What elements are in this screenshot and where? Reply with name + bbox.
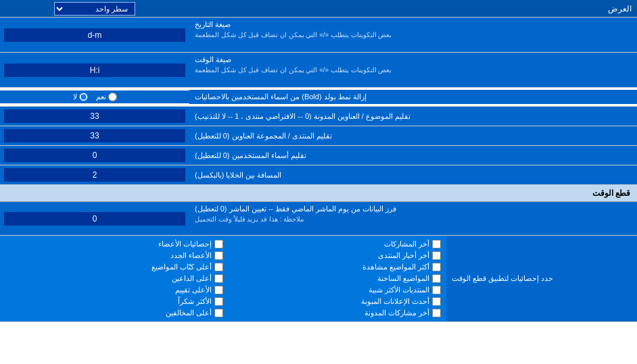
topic-titles-row: تقليم الموضوع / العناوين المدونة (0 -- ا… xyxy=(0,107,637,126)
cb-new-members-item: الأعضاء الجدد xyxy=(170,251,223,260)
cutoff-days-label: فرز البيانات من يوم الماشر الماضي فقط --… xyxy=(189,202,637,235)
forum-titles-row: تقليم المنتدى / المجموعة العناوين (0 للت… xyxy=(0,126,637,146)
cb-old-topics-item: المواضيع الساخنة xyxy=(377,274,441,283)
cb-top-posters-item: أعلى كتّاب المواضيع xyxy=(151,263,223,271)
cb-members-stats[interactable] xyxy=(214,240,223,249)
cb-last-ads-item: أحدث الإعلانات المبوبة xyxy=(361,297,441,306)
checkbox-column-1: أخر المشاركات أخر أخبار المنتدى أكثر الم… xyxy=(223,240,441,317)
cb-posts-item: أخر المشاركات xyxy=(384,240,441,249)
cb-top-rated-item: الأعلى تقييم xyxy=(175,286,223,294)
cb-most-thanks-item: الأكثر شكراً xyxy=(178,297,223,306)
cb-last-ads[interactable] xyxy=(432,297,441,306)
date-format-label: صيغة التاريخ بعض التكوينات يتطلب «/» الت… xyxy=(189,18,637,52)
topic-titles-input-area xyxy=(0,107,189,126)
cb-most-thanks[interactable] xyxy=(214,297,223,306)
section-label: العرض xyxy=(189,1,637,16)
topic-titles-input[interactable] xyxy=(4,109,185,123)
cb-last-noted[interactable] xyxy=(432,309,441,317)
cb-top-mods-item: أعلى المخالفين xyxy=(166,309,223,317)
cb-members-stats-item: إحصائيات الأعضاء xyxy=(158,240,223,249)
display-select-area[interactable]: سطر واحدسطرانثلاثة أسطر xyxy=(0,1,189,17)
user-names-label: تقليم أسماء المستخدمين (0 للتعطيل) xyxy=(189,146,637,165)
checkboxes-area: أخر المشاركات أخر أخبار المنتدى أكثر الم… xyxy=(0,236,446,321)
cb-new-members[interactable] xyxy=(214,251,223,260)
bold-remove-label: إزالة نمط بولد (Bold) من اسماء المستخدمي… xyxy=(189,90,637,104)
cb-old-topics[interactable] xyxy=(432,274,441,283)
cell-space-input-area xyxy=(0,165,189,184)
cb-most-viewed[interactable] xyxy=(432,263,441,271)
display-select[interactable]: سطر واحدسطرانثلاثة أسطر xyxy=(54,2,135,16)
cb-most-viewed-item: أكثر المواضيع مشاهدة xyxy=(362,263,441,271)
topic-titles-label: تقليم الموضوع / العناوين المدونة (0 -- ا… xyxy=(189,107,637,126)
forum-titles-label: تقليم المنتدى / المجموعة العناوين (0 للت… xyxy=(189,126,637,145)
date-format-input-area xyxy=(0,18,189,52)
cell-space-input[interactable] xyxy=(4,168,185,182)
checkboxes-limit-label: حدد إحصائيات لتطبيق قطع الوقت xyxy=(446,236,637,321)
radio-yes[interactable] xyxy=(108,93,117,101)
cb-forum-news-item: أخر أخبار المنتدى xyxy=(378,251,441,260)
cb-posts[interactable] xyxy=(432,240,441,249)
cutoff-days-input[interactable] xyxy=(4,212,185,226)
cb-top-rated[interactable] xyxy=(214,286,223,294)
user-names-input-area xyxy=(0,146,189,165)
cb-top-mods[interactable] xyxy=(214,309,223,317)
cb-top-posters[interactable] xyxy=(214,263,223,271)
cb-last-noted-item: أخر مشاركات المدونة xyxy=(364,309,441,317)
cutoff-section-header: قطع الوقت xyxy=(0,185,637,202)
time-format-row: صيغة الوقت بعض التكوينات يتطلب «/» التي … xyxy=(0,53,637,88)
user-names-input[interactable] xyxy=(4,149,185,162)
checkboxes-section: حدد إحصائيات لتطبيق قطع الوقت أخر المشار… xyxy=(0,236,637,322)
cutoff-days-input-area xyxy=(0,202,189,235)
cell-space-row: المسافة بين الخلايا (بالبكسل) xyxy=(0,165,637,185)
time-format-input-area xyxy=(0,53,189,87)
cb-similar-forums[interactable] xyxy=(432,286,441,294)
radio-no-label[interactable]: لا xyxy=(73,93,88,101)
bold-remove-row: إزالة نمط بولد (Bold) من اسماء المستخدمي… xyxy=(0,88,637,107)
radio-no[interactable] xyxy=(79,93,88,101)
cb-top-callers-item: أعلى الداعين xyxy=(172,274,223,283)
checkbox-column-2: إحصائيات الأعضاء الأعضاء الجدد أعلى كتّا… xyxy=(5,240,223,317)
main-container: العرض سطر واحدسطرانثلاثة أسطر صيغة التار… xyxy=(0,0,637,322)
time-format-input[interactable] xyxy=(4,63,185,77)
cb-similar-forums-item: المنتديات الأكثر شبية xyxy=(369,286,441,294)
forum-titles-input-area xyxy=(0,126,189,145)
time-format-label: صيغة الوقت بعض التكوينات يتطلب «/» التي … xyxy=(189,53,637,87)
cb-top-callers[interactable] xyxy=(214,274,223,283)
user-names-row: تقليم أسماء المستخدمين (0 للتعطيل) xyxy=(0,146,637,165)
cell-space-label: المسافة بين الخلايا (بالبكسل) xyxy=(189,165,637,184)
date-format-input[interactable] xyxy=(4,28,185,42)
bold-remove-radios: نعم لا xyxy=(0,90,189,103)
header-row: العرض سطر واحدسطرانثلاثة أسطر xyxy=(0,0,637,18)
cutoff-days-row: فرز البيانات من يوم الماشر الماضي فقط --… xyxy=(0,202,637,236)
forum-titles-input[interactable] xyxy=(4,129,185,142)
cb-forum-news[interactable] xyxy=(432,251,441,260)
date-format-row: صيغة التاريخ بعض التكوينات يتطلب «/» الت… xyxy=(0,18,637,53)
radio-yes-label[interactable]: نعم xyxy=(96,93,117,101)
